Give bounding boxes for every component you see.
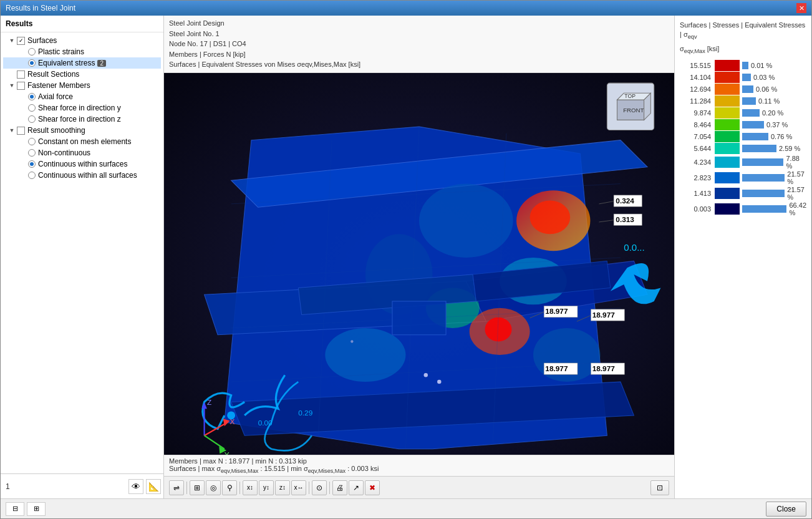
legend-item-7: 5.644 2.59 % (680, 143, 806, 154)
tree-item-continuous-within[interactable]: Continuous within surfaces (3, 158, 161, 170)
tree-item-axial-force[interactable]: Axial force (3, 91, 161, 102)
expand-arrow-smoothing: ▼ (8, 127, 16, 134)
tool-x2-btn[interactable]: x↔ (291, 480, 306, 495)
legend-bar-9 (742, 174, 785, 182)
checkbox-result-sections[interactable] (17, 70, 25, 79)
tree-item-equivalent-stress[interactable]: Equivalent stress 2 (3, 57, 161, 69)
separator-3 (309, 482, 309, 494)
legend-value-9: 2.823 (680, 174, 711, 182)
checkbox-surfaces[interactable] (17, 37, 25, 45)
legend-value-3: 11.284 (680, 97, 711, 105)
svg-text:0.324: 0.324 (616, 196, 634, 205)
separator-4 (329, 482, 330, 494)
legend-value-5: 8.464 (680, 121, 711, 129)
label-continuous-within: Continuous within surfaces (38, 160, 127, 168)
tool-x1-btn[interactable]: x↕ (243, 480, 258, 495)
tree-item-surfaces[interactable]: ▼ Surfaces (3, 35, 161, 46)
tree-item-plastic-strains[interactable]: Plastic strains (3, 46, 161, 57)
tree-item-shear-z[interactable]: Shear force in direction z (3, 114, 161, 125)
svg-text:Y: Y (225, 450, 230, 455)
status-bar: ⊟ ⊞ Close (1, 498, 811, 518)
legend-color-11 (715, 203, 740, 215)
legend-pct-4: 0.20 % (762, 109, 783, 117)
tool-arrow-btn[interactable]: ⇌ (169, 480, 184, 495)
legend-item-10: 1.413 21.57 % (680, 186, 806, 201)
tree-item-non-continuous[interactable]: Non-continuous (3, 147, 161, 158)
radio-equivalent-stress[interactable] (28, 59, 36, 67)
close-button[interactable]: Close (766, 502, 806, 517)
tool-export-btn[interactable]: ↗ (349, 480, 364, 495)
status-icon-btn1[interactable]: ⊟ (6, 502, 24, 516)
header-line3: Node No. 17 | DS1 | CO4 (169, 39, 669, 49)
legend-item-6: 7.054 0.76 % (680, 131, 806, 142)
svg-rect-25 (392, 301, 446, 334)
legend-items: 15.515 0.01 % 14.104 0.03 % 12.694 (680, 60, 806, 216)
separator-2 (239, 482, 240, 494)
legend-bar-8 (742, 158, 783, 166)
legend-color-3 (715, 95, 740, 107)
legend-value-4: 9.874 (680, 109, 711, 117)
svg-point-14 (419, 183, 513, 257)
radio-constant-mesh[interactable] (28, 138, 36, 145)
tree-container: ▼ Surfaces Plastic strains Equivalent st… (1, 32, 163, 473)
tool-grid-btn[interactable]: ⊞ (190, 480, 205, 495)
legend-value-2: 12.694 (680, 85, 711, 93)
tool-rightmost-btn[interactable]: ⊡ (650, 480, 669, 495)
legend-color-10 (715, 188, 740, 199)
legend-bar-3 (742, 97, 756, 105)
legend-item-4: 9.874 0.20 % (680, 107, 806, 119)
tree-item-result-smoothing[interactable]: ▼ Result smoothing (3, 125, 161, 136)
legend-bar-7 (742, 145, 776, 152)
badge-equivalent-stress: 2 (97, 60, 106, 67)
svg-point-7 (530, 200, 571, 234)
svg-text:FRONT: FRONT (623, 107, 644, 114)
checkbox-result-smoothing[interactable] (17, 127, 25, 135)
tool-y1-btn[interactable]: y↕ (259, 480, 274, 495)
status-right: Close (766, 502, 806, 517)
expand-arrow-surfaces: ▼ (8, 37, 16, 44)
legend-color-6 (715, 131, 740, 142)
radio-shear-y[interactable] (28, 104, 36, 112)
legend-item-3: 11.284 0.11 % (680, 95, 806, 107)
legend-value-8: 4.234 (680, 158, 711, 166)
radio-shear-z[interactable] (28, 115, 36, 123)
radio-continuous-within[interactable] (28, 160, 36, 168)
header-line1: Steel Joint Design (169, 18, 669, 29)
svg-text:0.313: 0.313 (616, 215, 634, 223)
label-shear-y: Shear force in direction y (38, 104, 121, 112)
status-left: ⊟ ⊞ (6, 502, 46, 516)
tool-zoom-btn[interactable]: ⚲ (222, 480, 237, 495)
window-close-button[interactable]: ✕ (796, 3, 806, 13)
radio-plastic-strains[interactable] (28, 48, 36, 56)
tree-item-continuous-all[interactable]: Continuous within all surfaces (3, 170, 161, 181)
tool-target-btn[interactable]: ◎ (206, 480, 221, 495)
svg-text:0.29: 0.29 (298, 408, 312, 417)
viewport-3d[interactable]: 0.0... 0.29 0.00 0.324 (164, 73, 674, 455)
tree-item-shear-y[interactable]: Shear force in direction y (3, 102, 161, 114)
tree-item-result-sections[interactable]: ▶ Result Sections (3, 69, 161, 80)
status-icon-btn2[interactable]: ⊞ (27, 502, 46, 516)
radio-continuous-all[interactable] (28, 172, 36, 179)
legend-bar-10 (742, 190, 785, 197)
viewport-footer: Members | max N : 18.977 | min N : 0.313… (164, 455, 674, 476)
tree-item-constant-mesh[interactable]: Constant on mesh elements (3, 136, 161, 147)
svg-point-62 (437, 379, 441, 383)
legend-bar-4 (742, 109, 760, 117)
legend-pct-10: 21.57 % (787, 186, 806, 201)
eye-button[interactable]: 👁 (128, 479, 143, 494)
tool-render-btn[interactable]: ⊙ (312, 480, 327, 495)
measure-button[interactable]: 📐 (146, 479, 161, 494)
label-non-continuous: Non-continuous (38, 148, 90, 157)
legend-item-11: 0.003 66.42 % (680, 201, 806, 216)
legend-bar-5 (742, 121, 764, 129)
tool-z1-btn[interactable]: z↕ (275, 480, 290, 495)
legend-pct-9: 21.57 % (787, 170, 806, 185)
checkbox-fastener-members[interactable] (17, 82, 25, 90)
label-plastic-strains: Plastic strains (38, 47, 84, 56)
tool-close-btn[interactable]: ✖ (365, 480, 380, 495)
radio-non-continuous[interactable] (28, 149, 36, 157)
legend-pct-3: 0.11 % (758, 97, 780, 105)
tree-item-fastener-members[interactable]: ▼ Fastener Members (3, 80, 161, 91)
radio-axial-force[interactable] (28, 93, 36, 100)
tool-print-btn[interactable]: 🖨 (332, 480, 347, 495)
